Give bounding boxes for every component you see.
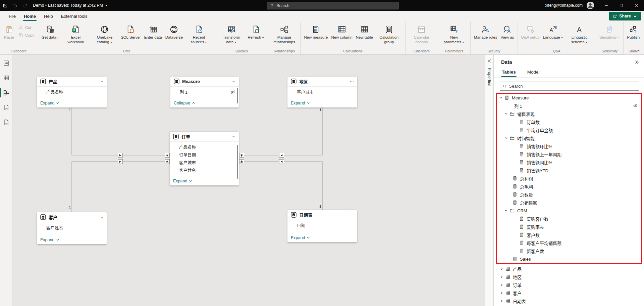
menu-help[interactable]: Help: [40, 11, 57, 21]
cardinality-many-icon[interactable]: [165, 153, 170, 158]
chevron-down-icon[interactable]: [503, 112, 509, 116]
tree-item-crm[interactable]: CRM: [497, 207, 641, 215]
q-a-setup-button[interactable]: Q&A setup: [520, 23, 541, 41]
new-parameter-button[interactable]: ?New parameter: [440, 23, 469, 45]
entity-field[interactable]: 日期: [287, 221, 357, 229]
entity-card-measure[interactable]: Measure列 1Collapse: [170, 77, 239, 107]
refresh-button[interactable]: Refresh: [246, 23, 266, 41]
excel-workbook-button[interactable]: Excel workbook: [61, 23, 90, 45]
tmdl-view-button[interactable]: TMDL: [0, 116, 12, 129]
new-measure-button[interactable]: New measure: [302, 23, 329, 41]
entity-field[interactable]: 产品名称: [170, 143, 239, 151]
entity-card-客户[interactable]: 客户客户姓名Expand: [37, 212, 107, 244]
model-canvas[interactable]: 1111产品产品名称ExpandMeasure列 1Collapse地区客户城市…: [12, 55, 485, 306]
recent-sources-button[interactable]: Recent sources: [184, 23, 213, 45]
expand-link[interactable]: Expand: [37, 98, 107, 107]
linguistic-schema-button[interactable]: ALinguistic schema: [565, 23, 594, 45]
dax-query-view-button[interactable]: DAX: [0, 101, 12, 114]
global-search-input[interactable]: [276, 3, 395, 8]
entity-card-地区[interactable]: 地区客户城市Expand: [287, 77, 357, 107]
more-options-icon[interactable]: [350, 79, 354, 84]
tree-item-每客户平均销售额[interactable]: 每客户平均销售额: [497, 239, 641, 247]
tree-item-总毛利[interactable]: 总毛利: [497, 182, 641, 190]
entity-field[interactable]: 客户城市: [170, 159, 239, 166]
tree-item-measure[interactable]: Measure: [497, 94, 641, 102]
entity-field[interactable]: 订单日期: [170, 151, 239, 159]
document-title[interactable]: Demo • Last saved: Today at 2:42 PM: [33, 3, 108, 8]
chevron-down-icon[interactable]: [503, 136, 509, 140]
relationship-filter-direction-icon[interactable]: [118, 153, 123, 158]
expand-link[interactable]: Expand: [37, 235, 107, 244]
tree-item-订单[interactable]: 订单: [496, 281, 642, 289]
sql-server-button[interactable]: SQL Server: [119, 23, 143, 41]
tab-model[interactable]: Model: [527, 70, 540, 77]
tree-item-平均订单金额[interactable]: 平均订单金额: [497, 126, 641, 134]
manage-relationships-button[interactable]: Manage relationships: [270, 23, 299, 45]
cardinality-many-icon[interactable]: [239, 153, 244, 158]
language-button[interactable]: A가Language: [541, 23, 565, 41]
expand-link[interactable]: Expand: [287, 98, 357, 107]
entity-field[interactable]: 客户姓名: [37, 224, 107, 231]
entity-field[interactable]: 客户姓名: [170, 166, 239, 174]
hidden-eye-icon[interactable]: [230, 89, 235, 95]
hidden-eye-icon[interactable]: [633, 103, 638, 108]
enter-data-button[interactable]: Enter data: [143, 23, 164, 41]
chevron-right-icon[interactable]: [499, 267, 504, 270]
new-column-button[interactable]: New column: [329, 23, 354, 41]
more-options-icon[interactable]: [99, 79, 104, 84]
menu-home[interactable]: Home: [20, 11, 40, 21]
tree-item-总销售额[interactable]: 总销售额: [497, 199, 641, 207]
tree-item-总数量[interactable]: 总数量: [497, 190, 641, 199]
tree-item-客户[interactable]: 客户: [496, 289, 642, 297]
data-search-input[interactable]: [509, 84, 637, 89]
chevron-down-icon[interactable]: [498, 96, 503, 99]
more-options-icon[interactable]: [231, 79, 236, 84]
calculation-group-button[interactable]: Calculation group: [375, 23, 404, 45]
get-data-button[interactable]: Get data: [40, 23, 61, 41]
undo-icon[interactable]: [10, 0, 20, 11]
cut-button[interactable]: Cut: [16, 24, 36, 31]
avatar[interactable]: [587, 2, 594, 9]
close-button[interactable]: [629, 0, 644, 11]
more-options-icon[interactable]: [231, 134, 236, 139]
dataverse-button[interactable]: Dataverse: [164, 23, 184, 41]
model-view-button[interactable]: [0, 86, 12, 99]
cardinality-many-icon[interactable]: [165, 159, 170, 164]
scrollbar-thumb[interactable]: [237, 145, 238, 179]
account-email[interactable]: xifeng@ximaple.com: [545, 3, 583, 8]
publish-button[interactable]: Publish: [625, 23, 641, 41]
chevron-right-icon[interactable]: [499, 283, 504, 287]
menu-external-tools[interactable]: External tools: [57, 11, 92, 21]
collapse-ribbon-button[interactable]: [637, 49, 641, 53]
entity-card-订单[interactable]: 订单产品名称订单日期客户城市客户姓名Expand: [170, 132, 239, 185]
copy-button[interactable]: Copy: [16, 31, 36, 39]
tree-item-总利润[interactable]: 总利润: [497, 174, 641, 182]
report-view-button[interactable]: [0, 57, 12, 70]
tree-item-sales[interactable]: Sales: [497, 255, 641, 263]
cardinality-many-icon[interactable]: [239, 159, 244, 164]
tree-item-复购率[interactable]: 复购率%: [497, 223, 641, 231]
view-as-button[interactable]: View as: [499, 23, 516, 41]
tree-item-复购客户数[interactable]: 复购客户数: [497, 215, 641, 223]
global-search[interactable]: [267, 2, 398, 9]
relationship-filter-direction-icon[interactable]: [279, 159, 284, 164]
paste-button[interactable]: Paste: [2, 23, 16, 41]
tree-item-销售额上一年同期[interactable]: 销售额上一年同期: [497, 150, 641, 158]
entity-field[interactable]: 客户城市: [287, 88, 357, 96]
tree-item-列-1[interactable]: 列 1: [497, 102, 641, 110]
manage-roles-button[interactable]: Manage roles: [472, 23, 499, 41]
share-button[interactable]: Share: [609, 12, 641, 20]
more-options-icon[interactable]: [350, 213, 354, 217]
expand-properties-button[interactable]: [485, 55, 493, 63]
new-table-button[interactable]: New table: [354, 23, 375, 41]
tree-item-销售额ytd[interactable]: 销售额YTD: [497, 166, 641, 174]
more-options-icon[interactable]: [99, 215, 104, 220]
transform-data-button[interactable]: Transform data: [217, 23, 246, 45]
tree-item-销售表现[interactable]: 销售表现: [497, 110, 641, 118]
onelake-catalog-button[interactable]: OneLake catalog: [90, 23, 119, 45]
sensitivity-button[interactable]: Sensitivity: [598, 23, 622, 41]
collapse-data-pane-button[interactable]: [635, 60, 639, 64]
chevron-right-icon[interactable]: [499, 299, 504, 303]
expand-link[interactable]: Expand: [287, 233, 357, 242]
relationship-filter-direction-icon[interactable]: [118, 159, 123, 164]
